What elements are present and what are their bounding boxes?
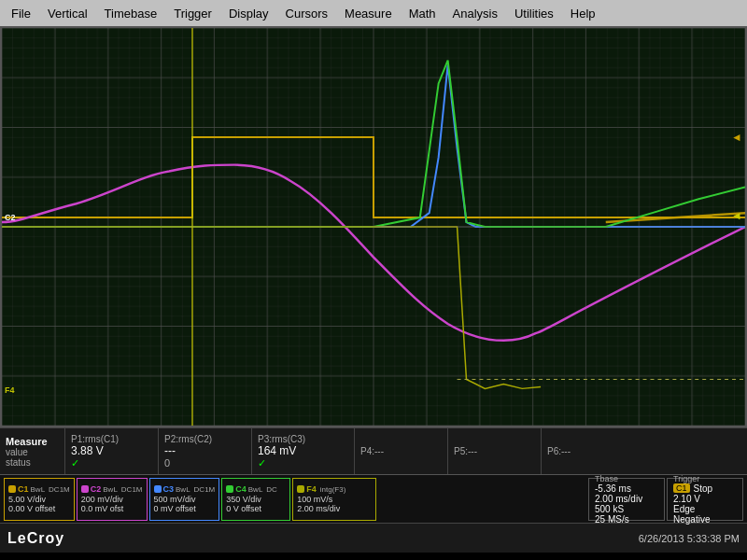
c4-indicator: [226, 485, 233, 493]
menu-trigger[interactable]: Trigger: [166, 5, 219, 22]
f4-label: F4: [306, 484, 317, 494]
c4-offset: 0 V offset: [226, 504, 286, 513]
p1-value: 3.88 V: [71, 444, 152, 457]
c1-label: C1: [18, 484, 29, 494]
trigger-box[interactable]: Trigger C1 Stop 2.10 V Edge Negative: [667, 478, 743, 521]
tbase-timediv: 2.00 ms/div: [595, 494, 658, 504]
tbase-label: Tbase: [595, 474, 658, 483]
svg-text:◄: ◄: [731, 131, 742, 144]
waveform-display: ◄ C2 F4 ◄: [2, 28, 745, 426]
c3-label: C3: [163, 484, 175, 494]
measure-row-status: status: [6, 457, 59, 468]
p3-status: ✓: [258, 457, 348, 469]
oscilloscope-screen: ◄ C2 F4 ◄: [0, 26, 747, 427]
p2-label: P2:rms(C2): [164, 434, 246, 444]
tbase-samplerate: 25 MS/s: [595, 514, 658, 525]
c2-bwl: BwL: [103, 485, 118, 494]
c4-bwl: BwL: [248, 485, 263, 494]
menu-help[interactable]: Help: [563, 5, 603, 22]
p1-status: ✓: [71, 457, 152, 469]
c3-offset: 0 mV offset: [154, 504, 216, 513]
p3-value: 164 mV: [258, 444, 348, 457]
channel-c3-box[interactable]: C3 BwL DC1M 500 mV/div 0 mV offset: [149, 478, 220, 521]
trigger-mode: Stop: [694, 483, 713, 494]
c4-voltdiv: 350 V/div: [226, 495, 286, 504]
p6-label: P6:---: [547, 446, 629, 456]
trigger-label: Trigger: [673, 474, 737, 483]
measure-row-value: value: [6, 447, 59, 457]
tbase-samples: 500 kS: [595, 504, 658, 514]
c4-coupling: DC: [266, 485, 277, 494]
trigger-type: Edge: [673, 504, 737, 514]
f4-voltdiv: 100 mV/s: [297, 495, 372, 504]
c3-coupling: DC1M: [194, 485, 216, 494]
c1-bwl: BwL: [31, 485, 46, 494]
branding-bar: LeCroy 6/26/2013 5:33:38 PM: [0, 523, 747, 553]
c2-coupling: DC1M: [121, 485, 143, 494]
timestamp: 6/26/2013 5:33:38 PM: [639, 533, 740, 544]
c1-voltdiv: 5.00 V/div: [8, 495, 70, 504]
menu-math[interactable]: Math: [402, 5, 444, 22]
menu-display[interactable]: Display: [221, 5, 276, 22]
channel-f4-box[interactable]: F4 intg(F3) 100 mV/s 2.00 ms/div: [292, 478, 376, 521]
p1-label: P1:rms(C1): [71, 434, 152, 444]
channel-c1-box[interactable]: C1 BwL DC1M 5.00 V/div 0.00 V offset: [4, 478, 75, 521]
svg-text:F4: F4: [5, 385, 14, 395]
f4-timediv: 2.00 ms/div: [297, 504, 372, 513]
c1-offset: 0.00 V offset: [8, 504, 70, 513]
c2-offset: 0.0 mV ofst: [81, 504, 143, 513]
c1-indicator: [8, 485, 16, 493]
tbase-value: -5.36 ms: [595, 483, 658, 494]
channel-c2-box[interactable]: C2 BwL DC1M 200 mV/div 0.0 mV ofst: [77, 478, 148, 521]
menu-analysis[interactable]: Analysis: [445, 5, 505, 22]
menu-bar: File Vertical Timebase Trigger Display C…: [0, 0, 747, 26]
c1-coupling: DC1M: [49, 485, 70, 494]
p2-value: ---: [164, 444, 246, 457]
trigger-slope: Negative: [673, 514, 737, 525]
c2-label: C2: [91, 484, 102, 494]
p2-status: 0: [164, 457, 246, 469]
channel-bar: C1 BwL DC1M 5.00 V/div 0.00 V offset C2 …: [0, 474, 747, 523]
menu-file[interactable]: File: [4, 5, 38, 22]
c4-label: C4: [235, 484, 247, 494]
p3-label: P3:rms(C3): [258, 434, 348, 444]
menu-timebase[interactable]: Timebase: [97, 5, 165, 22]
menu-vertical[interactable]: Vertical: [40, 5, 95, 22]
channel-c4-box[interactable]: C4 BwL DC 350 V/div 0 V offset: [221, 478, 290, 521]
svg-text:◄: ◄: [731, 209, 742, 222]
measure-title: Measure: [6, 436, 59, 447]
c2-voltdiv: 200 mV/div: [81, 495, 143, 504]
c3-voltdiv: 500 mV/div: [154, 495, 216, 504]
trigger-level: 2.10 V: [673, 494, 737, 504]
p5-label: P5:---: [454, 446, 535, 456]
f4-indicator: [297, 485, 304, 493]
timebase-box[interactable]: Tbase -5.36 ms 2.00 ms/div 500 kS 25 MS/…: [588, 478, 665, 521]
menu-utilities[interactable]: Utilities: [507, 5, 561, 22]
c3-indicator: [154, 485, 162, 493]
lecroy-logo: LeCroy: [7, 530, 64, 547]
c3-bwl: BwL: [176, 485, 190, 494]
trigger-channel: C1: [673, 483, 690, 493]
measure-bar: Measure value status P1:rms(C1) 3.88 V ✓…: [0, 427, 747, 474]
menu-cursors[interactable]: Cursors: [278, 5, 336, 22]
f4-func: intg(F3): [320, 485, 346, 494]
svg-text:C2: C2: [5, 213, 15, 222]
menu-measure[interactable]: Measure: [337, 5, 400, 22]
c2-indicator: [81, 485, 89, 493]
p4-label: P4:---: [360, 446, 442, 456]
